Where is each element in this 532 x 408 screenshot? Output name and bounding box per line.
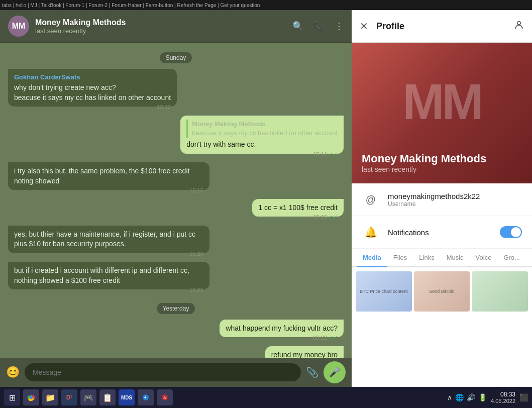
message-bubble-2: Money Making Methodsbeacuse it says my c… <box>180 116 344 154</box>
media-thumb-3[interactable] <box>472 271 528 312</box>
windows-taskbar: ⊞ 📁 D² 🎮 📋 MDS A ∧ 🌐 🔊 🔋 08:33 4.05.2022… <box>0 387 532 408</box>
taskbar-blue-icon[interactable] <box>138 389 154 405</box>
attach-button[interactable]: 📎 <box>306 366 318 378</box>
taskbar-chrome-icon[interactable] <box>23 389 39 405</box>
mic-button[interactable]: 🎤 <box>324 361 346 383</box>
message-5: yes, but thier have a maintenance, if i … <box>8 226 209 258</box>
message-time-1: 15:12 <box>157 104 171 111</box>
profile-header-bar: ✕ Profile <box>352 10 532 43</box>
svg-text:A: A <box>163 395 166 400</box>
network-icon[interactable]: 🌐 <box>455 393 464 401</box>
profile-banner: MM Money Making Methods last seen recent… <box>352 43 532 183</box>
message-bubble-8: refund my money bro 00:31 ✓✓ <box>265 346 344 358</box>
taskbar-system-icons: ∧ 🌐 🔊 🔋 <box>447 393 487 401</box>
profile-notifications-row: 🔔 Notifications <box>352 216 532 249</box>
message-text-5: yes, but thier have a maintenance, if i … <box>14 230 203 249</box>
profile-notifications-text: Notifications <box>388 228 429 237</box>
message-input[interactable] <box>25 363 301 381</box>
profile-username-value: moneymakingmethods2k22 <box>388 192 480 200</box>
taskbar-time-value: 08:33 <box>491 391 515 398</box>
chat-messages: Sunday Gokhan CarderSwats why don't tryi… <box>0 43 352 358</box>
profile-banner-info: Money Making Methods last seen recently <box>362 152 486 173</box>
profile-username-text: moneymakingmethods2k22 Username <box>388 192 480 208</box>
date-badge-yesterday: Yesterday <box>8 303 344 313</box>
chat-contact-status: last seen recently <box>35 27 292 35</box>
message-text-3: i try also this but, the same problem, t… <box>14 166 203 186</box>
taskbar-mds-icon[interactable]: MDS <box>119 389 135 405</box>
chat-header: MM Money Making Methods last seen recent… <box>0 10 352 43</box>
message-bubble-5: yes, but thier have a maintenance, if i … <box>8 226 209 253</box>
taskbar-red-icon[interactable]: A <box>157 389 173 405</box>
profile-username-label: Username <box>388 200 480 208</box>
profile-banner-letters: MM <box>402 73 481 131</box>
svg-point-0 <box>517 21 521 25</box>
avatar-initials: MM <box>12 22 26 31</box>
message-3: i try also this but, the same problem, t… <box>8 162 209 195</box>
toggle-dot <box>511 227 521 237</box>
taskbar-clipboard-icon[interactable]: 📋 <box>99 389 116 405</box>
message-7: what happend my fucking vultr acc? 00:22… <box>220 320 344 342</box>
chevron-up-icon[interactable]: ∧ <box>447 393 452 401</box>
media-thumb-2-label: Send Bitcoin <box>429 289 455 294</box>
battery-icon[interactable]: 🔋 <box>478 393 487 401</box>
message-text-1: why don't trying create new acc?beacuse … <box>14 83 171 103</box>
taskbar-left: ⊞ 📁 D² 🎮 📋 MDS A <box>4 389 173 405</box>
chat-input-area: 😊 📎 🎤 <box>0 358 352 387</box>
profile-details: @ moneymakingmethods2k22 Username 🔔 Noti… <box>352 183 532 249</box>
phone-icon[interactable]: 📞 <box>313 21 325 32</box>
profile-notifications-label: Notifications <box>388 228 429 237</box>
message-sender-1: Gokhan CarderSwats <box>14 73 171 82</box>
taskbar-datetime: 08:33 4.05.2022 <box>491 391 515 404</box>
svg-point-2 <box>30 396 33 399</box>
browser-top-bar: tabs | hello | MJ | TalkBook | Forum-1 |… <box>0 0 532 10</box>
message-time-2: 15:14 ✓✓ <box>313 151 338 158</box>
tab-music[interactable]: Music <box>441 249 470 267</box>
message-text-6: but if i created i account with differen… <box>14 266 203 285</box>
show-desktop-icon[interactable]: ⬛ <box>519 393 528 401</box>
message-4: 1 cc = x1 100$ free credit 15:16 ✓✓ <box>252 199 344 222</box>
tab-media[interactable]: Media <box>357 249 387 267</box>
profile-close-button[interactable]: ✕ <box>360 20 368 32</box>
message-time-7: 00:22 ✓✓ <box>313 334 338 342</box>
taskbar-d2-icon[interactable]: D² <box>61 389 77 405</box>
message-8: refund my money bro 00:31 ✓✓ <box>265 346 344 358</box>
message-text-7: what happend my fucking vultr acc? <box>226 324 338 334</box>
more-options-icon[interactable]: ⋮ <box>335 21 344 32</box>
taskbar-date-value: 4.05.2022 <box>491 398 515 404</box>
volume-icon[interactable]: 🔊 <box>467 393 475 401</box>
profile-banner-name: Money Making Methods <box>362 152 486 165</box>
message-bubble-4: 1 cc = x1 100$ free credit 15:16 ✓✓ <box>252 199 344 217</box>
tab-voice[interactable]: Voice <box>470 249 498 267</box>
emoji-button[interactable]: 😊 <box>6 366 20 379</box>
search-icon[interactable]: 🔍 <box>292 21 303 32</box>
tab-links[interactable]: Links <box>413 249 440 267</box>
taskbar-game-icon[interactable]: 🎮 <box>80 389 96 405</box>
date-label-yesterday: Yesterday <box>157 303 195 314</box>
media-thumb-2[interactable]: Send Bitcoin <box>414 271 470 312</box>
media-thumb-1[interactable]: BTC Price chart content <box>356 271 412 312</box>
toggle-track[interactable] <box>500 226 522 238</box>
username-icon: @ <box>362 190 380 209</box>
message-2: Money Making Methodsbeacuse it says my c… <box>180 116 344 158</box>
profile-username-row: @ moneymakingmethods2k22 Username <box>352 183 532 216</box>
browser-tab-list: tabs | hello | MJ | TalkBook | Forum-1 |… <box>2 3 260 8</box>
taskbar-files-icon[interactable]: 📁 <box>42 389 58 405</box>
chat-avatar: MM <box>8 16 29 37</box>
notifications-toggle[interactable] <box>500 226 522 238</box>
message-text-8: refund my money bro <box>271 350 338 358</box>
taskbar-start-icon[interactable]: ⊞ <box>4 389 20 405</box>
message-text-2: don't try with same cc. <box>186 140 338 150</box>
profile-panel: ✕ Profile MM Money Making Methods last s… <box>352 10 532 387</box>
chat-header-actions: 🔍 📞 ⋮ <box>292 21 344 32</box>
message-6: but if i created i account with differen… <box>8 262 209 294</box>
main-area: MM Money Making Methods last seen recent… <box>0 10 532 387</box>
message-text-4: 1 cc = x1 100$ free credit <box>258 203 338 213</box>
profile-more-button[interactable] <box>514 20 524 33</box>
message-time-3: 15:15 <box>189 187 203 194</box>
message-time-6: 15:21 <box>189 286 203 294</box>
browser-tabs: tabs | hello | MJ | TalkBook | Forum-1 |… <box>2 3 260 8</box>
tab-groups[interactable]: Gro... <box>497 249 526 267</box>
message-bubble-1: Gokhan CarderSwats why don't trying crea… <box>8 69 177 107</box>
chat-header-info: Money Making Methods last seen recently <box>35 18 292 35</box>
tab-files[interactable]: Files <box>387 249 413 267</box>
